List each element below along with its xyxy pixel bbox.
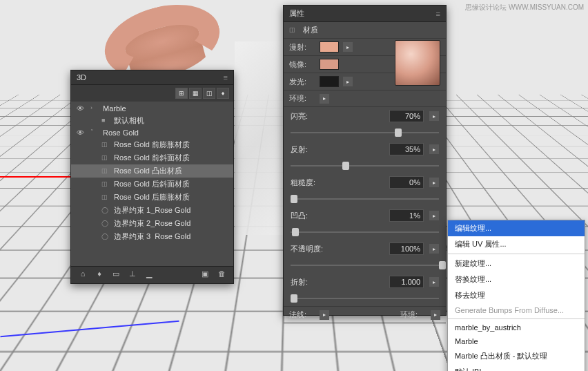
- menu-item[interactable]: Marble 凸出材质 - 默认纹理: [448, 348, 585, 364]
- panel-menu-icon[interactable]: ≡: [224, 73, 228, 82]
- tool-add-icon[interactable]: ⊥: [126, 269, 139, 280]
- filter-tab-scene[interactable]: ⊞: [175, 88, 188, 99]
- menu-item[interactable]: Generate Bumps From Diffuse...: [448, 303, 585, 317]
- menu-item[interactable]: Marble: [448, 334, 585, 348]
- menu-item[interactable]: 移去纹理: [448, 287, 585, 303]
- item-type-icon: ◫: [101, 167, 111, 175]
- slider-value[interactable]: [389, 209, 424, 222]
- folder-icon[interactable]: ▸: [320, 310, 329, 320]
- folder-icon[interactable]: ▸: [431, 310, 440, 320]
- folder-icon[interactable]: ▸: [429, 277, 439, 287]
- slider-track[interactable]: [291, 227, 439, 237]
- slider-track[interactable]: [291, 294, 439, 303]
- folder-icon[interactable]: ▸: [429, 211, 439, 220]
- item-label: 默认相机: [114, 115, 144, 126]
- material-preview[interactable]: [395, 40, 440, 86]
- scene-list: 👁›Marble■默认相机👁˅Rose Gold◫Rose Gold 前膨胀材质…: [71, 102, 233, 240]
- folder-icon[interactable]: ▸: [320, 94, 329, 104]
- scene-item[interactable]: ◫Rose Gold 后膨胀材质: [71, 191, 233, 204]
- visibility-icon[interactable]: 👁: [75, 104, 85, 113]
- slider-value[interactable]: [389, 276, 424, 288]
- item-type-icon: ˅: [90, 129, 100, 137]
- tool-trash-icon[interactable]: 🗑: [215, 269, 228, 280]
- tool-plane-icon[interactable]: ▭: [110, 269, 122, 280]
- item-type-icon: ›: [90, 104, 100, 113]
- scene-item[interactable]: 👁˅Rose Gold: [71, 127, 233, 138]
- scene-item[interactable]: ◫Rose Gold 后斜面材质: [71, 178, 233, 191]
- watermark: 思缘设计论坛 WWW.MISSYUAN.COM: [465, 3, 584, 12]
- glow-swatch[interactable]: [320, 76, 339, 87]
- item-label: Rose Gold 后斜面材质: [114, 179, 190, 189]
- panel-3d: 3D ≡ ⊞ ▦ ◫ ♦ 👁›Marble■默认相机👁˅Rose Gold◫Ro…: [70, 70, 234, 284]
- filter-tab-light[interactable]: ♦: [217, 88, 229, 99]
- folder-icon[interactable]: ▸: [429, 178, 439, 187]
- scene-item[interactable]: ◫Rose Gold 凸出材质: [71, 164, 233, 178]
- filter-tab-mesh[interactable]: ▦: [189, 88, 202, 99]
- item-label: 边界约束 2_Rose Gold: [114, 218, 190, 229]
- env2-label: 环境:: [400, 310, 427, 320]
- slider-label: 闪亮:: [291, 111, 324, 122]
- item-label: Rose Gold 前膨胀材质: [114, 140, 190, 150]
- menu-item[interactable]: 新建纹理...: [448, 254, 585, 272]
- scene-item[interactable]: ◫Rose Gold 前膨胀材质: [71, 138, 233, 151]
- slider-label: 折射:: [291, 277, 324, 287]
- folder-icon[interactable]: ▸: [429, 244, 439, 254]
- folder-icon[interactable]: ▸: [429, 144, 439, 154]
- material-header: ◫ 材质: [284, 22, 446, 39]
- item-type-icon: ◯: [101, 233, 111, 240]
- texture-context-menu: 编辑纹理...编辑 UV 属性...新建纹理...替换纹理...移去纹理Gene…: [447, 220, 585, 371]
- mirror-label: 镜像:: [289, 59, 315, 70]
- slider-track[interactable]: [291, 161, 439, 171]
- filter-tab-material[interactable]: ◫: [203, 88, 215, 99]
- item-label: 边界约束 1_Rose Gold: [114, 205, 190, 216]
- mirror-swatch[interactable]: [320, 59, 339, 70]
- scene-item[interactable]: ◯边界约束 1_Rose Gold: [71, 204, 233, 217]
- slider-track[interactable]: [291, 260, 439, 270]
- item-type-icon: ◫: [101, 141, 111, 149]
- tool-home-icon[interactable]: ⌂: [77, 269, 89, 280]
- item-label: Marble: [103, 104, 126, 113]
- tool-render-icon[interactable]: ▣: [199, 269, 211, 280]
- scene-item[interactable]: 👁›Marble: [71, 103, 233, 114]
- tool-ground-icon[interactable]: ▁: [143, 269, 155, 280]
- panel-menu-icon[interactable]: ≡: [436, 10, 440, 18]
- visibility-icon[interactable]: 👁: [75, 129, 85, 137]
- slider-value[interactable]: [389, 176, 424, 189]
- scene-item[interactable]: ◫Rose Gold 前斜面材质: [71, 151, 233, 164]
- slider-track[interactable]: [291, 128, 439, 137]
- menu-item[interactable]: 编辑纹理...: [448, 220, 585, 236]
- item-label: Rose Gold: [103, 129, 139, 137]
- item-type-icon: ◫: [101, 193, 111, 202]
- slider-value[interactable]: [389, 143, 424, 155]
- item-type-icon: ◫: [101, 154, 111, 162]
- menu-item[interactable]: marble_by_austrich: [448, 318, 585, 334]
- material-icon: ◫: [289, 26, 299, 35]
- env-label: 环境:: [289, 93, 315, 104]
- tool-light-icon[interactable]: ♦: [93, 269, 106, 280]
- scene-item[interactable]: ◯边界约束 3_Rose Gold: [71, 230, 233, 240]
- slider-label: 反射:: [291, 144, 324, 155]
- scene-item[interactable]: ■默认相机: [71, 114, 233, 127]
- menu-item[interactable]: 替换纹理...: [448, 272, 585, 287]
- panel-3d-toolbar: ⌂ ♦ ▭ ⊥ ▁ ▣ 🗑: [71, 266, 233, 283]
- item-type-icon: ◯: [101, 220, 111, 228]
- item-type-icon: ◫: [101, 180, 111, 189]
- menu-item[interactable]: 编辑 UV 属性...: [448, 236, 585, 252]
- item-label: Rose Gold 凸出材质: [114, 166, 182, 176]
- slider-value[interactable]: [389, 110, 424, 122]
- slider-label: 粗糙度:: [291, 178, 324, 188]
- slider-label: 不透明度:: [291, 244, 324, 254]
- item-label: Rose Gold 前斜面材质: [114, 153, 190, 163]
- folder-icon[interactable]: ▸: [429, 111, 439, 121]
- folder-icon[interactable]: ▸: [343, 42, 353, 52]
- diffuse-label: 漫射:: [289, 42, 315, 53]
- slider-track[interactable]: [291, 194, 439, 204]
- normal-label: 法线:: [289, 310, 315, 320]
- scene-item[interactable]: ◯边界约束 2_Rose Gold: [71, 217, 233, 230]
- item-label: Rose Gold 后膨胀材质: [114, 192, 190, 202]
- slider-value[interactable]: [389, 242, 424, 255]
- filter-tabs: ⊞ ▦ ◫ ♦: [71, 85, 233, 102]
- diffuse-swatch[interactable]: [320, 41, 339, 53]
- menu-item[interactable]: 默认 IBL: [448, 364, 585, 371]
- folder-icon[interactable]: ▸: [343, 77, 353, 86]
